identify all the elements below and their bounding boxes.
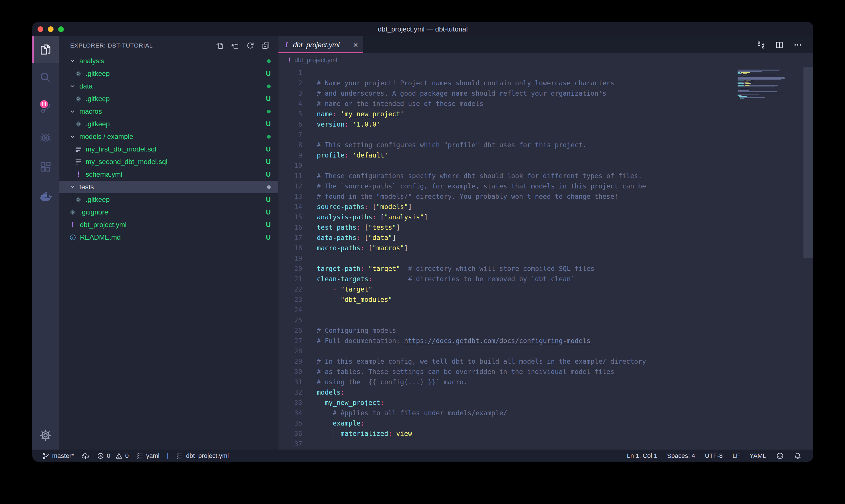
tree-item-models-example[interactable]: models / example bbox=[59, 130, 278, 143]
split-editor-icon[interactable] bbox=[775, 40, 784, 50]
code-line-29[interactable]: 29# In this example config, we tell dbt … bbox=[278, 356, 813, 366]
chevron-down-icon[interactable] bbox=[69, 183, 76, 191]
zoom-window-button[interactable] bbox=[58, 26, 64, 32]
tree-item-readme-md[interactable]: README.mdU bbox=[59, 231, 278, 244]
tree-item--gitkeep[interactable]: .gitkeepU bbox=[59, 193, 278, 206]
collapse-all-icon[interactable] bbox=[262, 41, 270, 50]
feedback-smiley-icon[interactable] bbox=[776, 452, 784, 460]
tree-item--gitignore[interactable]: .gitignoreU bbox=[59, 206, 278, 218]
linter-yaml-item[interactable]: yaml bbox=[136, 452, 159, 460]
activity-explorer-button[interactable] bbox=[32, 36, 59, 63]
code-line-36[interactable]: 36 materialized: view bbox=[278, 428, 813, 439]
code-line-24[interactable]: 24 bbox=[278, 305, 813, 315]
new-folder-icon[interactable] bbox=[231, 41, 239, 50]
language-mode-item[interactable]: YAML bbox=[750, 452, 766, 460]
code-line-8[interactable]: 8# This setting configures which "profil… bbox=[278, 140, 813, 150]
code-line-12[interactable]: 12# The `source-paths` config, for examp… bbox=[278, 181, 813, 191]
code-line-37[interactable]: 37 bbox=[278, 439, 813, 449]
tree-item-dbt-project-yml[interactable]: !dbt_project.ymlU bbox=[59, 218, 278, 231]
tree-item-data[interactable]: data bbox=[59, 80, 278, 92]
code-line-23[interactable]: 23 - "dbt_modules" bbox=[278, 294, 813, 305]
code-line-14[interactable]: 14source-paths: ["models"] bbox=[278, 202, 813, 212]
code-line-4[interactable]: 4# name or the intended use of these mod… bbox=[278, 98, 813, 109]
line-number: 31 bbox=[278, 377, 302, 387]
cursor-position-item[interactable]: Ln 1, Col 1 bbox=[627, 452, 657, 460]
code-line-20[interactable]: 20target-path: "target" # directory whic… bbox=[278, 264, 813, 274]
tree-item-my-first-dbt-model-sql[interactable]: my_first_dbt_model.sqlU bbox=[59, 143, 278, 156]
code-line-27[interactable]: 27# Full documentation: https://docs.get… bbox=[278, 336, 813, 346]
titlebar[interactable]: dbt_project.yml — dbt-tutorial bbox=[32, 22, 813, 36]
code-line-9[interactable]: 9profile: 'default' bbox=[278, 150, 813, 160]
scrollbar-thumb[interactable] bbox=[804, 67, 813, 258]
code-line-33[interactable]: 33 my_new_project: bbox=[278, 397, 813, 408]
code-line-10[interactable]: 10 bbox=[278, 160, 813, 171]
line-number: 2 bbox=[278, 78, 302, 88]
code-line-30[interactable]: 30# as tables. These settings can be ove… bbox=[278, 366, 813, 377]
linter-file-item[interactable]: dbt_project.yml bbox=[176, 452, 229, 460]
code-line-22[interactable]: 22 - "target" bbox=[278, 284, 813, 294]
tree-item-schema-yml[interactable]: !schema.ymlU bbox=[59, 168, 278, 181]
chevron-down-icon[interactable] bbox=[69, 83, 76, 90]
code-line-21[interactable]: 21clean-targets: # directories to be rem… bbox=[278, 274, 813, 284]
code-line-35[interactable]: 35 example: bbox=[278, 418, 813, 428]
minimize-window-button[interactable] bbox=[48, 26, 54, 32]
more-actions-icon[interactable] bbox=[793, 40, 802, 50]
code-line-19[interactable]: 19 bbox=[278, 253, 813, 264]
code-line-32[interactable]: 32models: bbox=[278, 387, 813, 397]
code-line-26[interactable]: 26# Configuring models bbox=[278, 325, 813, 336]
minimap[interactable] bbox=[738, 69, 801, 101]
code-line-25[interactable]: 25 bbox=[278, 315, 813, 325]
git-modified-dot bbox=[267, 59, 271, 63]
line-number: 25 bbox=[278, 315, 302, 325]
close-window-button[interactable] bbox=[37, 26, 43, 32]
sync-item[interactable] bbox=[82, 452, 89, 460]
code-line-17[interactable]: 17data-paths: ["data"] bbox=[278, 233, 813, 243]
tree-item--gitkeep[interactable]: .gitkeepU bbox=[59, 92, 278, 105]
open-changes-icon[interactable] bbox=[756, 40, 766, 50]
code-line-16[interactable]: 16test-paths: ["tests"] bbox=[278, 222, 813, 233]
tree-item--gitkeep[interactable]: .gitkeepU bbox=[59, 118, 278, 130]
git-branch-item[interactable]: master* bbox=[42, 452, 74, 460]
activity-debug-button[interactable] bbox=[32, 122, 59, 152]
problems-item[interactable]: 0 0 bbox=[97, 452, 129, 460]
close-tab-icon[interactable]: × bbox=[353, 41, 358, 49]
tree-item--gitkeep[interactable]: .gitkeepU bbox=[59, 67, 278, 80]
code-editor[interactable]: 12# Name your project! Project names sho… bbox=[278, 67, 813, 450]
chevron-down-icon[interactable] bbox=[69, 133, 76, 140]
tab-dbt-project-yml[interactable]: ! dbt_project.yml × bbox=[278, 36, 363, 53]
notifications-bell-icon[interactable] bbox=[794, 452, 802, 460]
activity-docker-button[interactable] bbox=[32, 182, 59, 212]
breadcrumb[interactable]: ! dbt_project.yml bbox=[278, 53, 813, 67]
code-line-1[interactable]: 1 bbox=[278, 68, 813, 78]
code-line-28[interactable]: 28 bbox=[278, 346, 813, 356]
tree-item-tests[interactable]: tests bbox=[59, 181, 278, 193]
tree-item-analysis[interactable]: analysis bbox=[59, 55, 278, 67]
new-file-icon[interactable] bbox=[215, 41, 224, 50]
code-line-34[interactable]: 34 # Applies to all files under models/e… bbox=[278, 408, 813, 418]
code-line-11[interactable]: 11# These configurations specify where d… bbox=[278, 171, 813, 181]
activity-source-control-button[interactable]: 11 bbox=[32, 92, 59, 122]
tree-item-label: .gitkeep bbox=[86, 95, 263, 103]
settings-gear-button[interactable] bbox=[32, 421, 59, 450]
activity-extensions-button[interactable] bbox=[32, 152, 59, 182]
chevron-down-icon[interactable] bbox=[69, 108, 76, 115]
breadcrumb-file[interactable]: dbt_project.yml bbox=[294, 56, 337, 64]
chevron-down-icon[interactable] bbox=[69, 57, 76, 65]
encoding-item[interactable]: UTF-8 bbox=[705, 452, 723, 460]
tree-item-my-second-dbt-model-sql[interactable]: my_second_dbt_model.sqlU bbox=[59, 156, 278, 168]
tree-item-label: analysis bbox=[79, 57, 264, 65]
code-line-2[interactable]: 2# Name your project! Project names shou… bbox=[278, 78, 813, 88]
code-line-6[interactable]: 6version: '1.0.0' bbox=[278, 119, 813, 129]
code-line-13[interactable]: 13# found in the "models/" directory. Yo… bbox=[278, 191, 813, 202]
code-line-18[interactable]: 18macro-paths: ["macros"] bbox=[278, 243, 813, 253]
indentation-item[interactable]: Spaces: 4 bbox=[667, 452, 695, 460]
activity-search-button[interactable] bbox=[32, 63, 59, 92]
refresh-icon[interactable] bbox=[246, 41, 255, 50]
tree-item-macros[interactable]: macros bbox=[59, 105, 278, 118]
code-line-31[interactable]: 31# using the `{{ config(...) }}` macro. bbox=[278, 377, 813, 387]
code-line-7[interactable]: 7 bbox=[278, 129, 813, 140]
code-line-15[interactable]: 15analysis-paths: ["analysis"] bbox=[278, 212, 813, 222]
eol-item[interactable]: LF bbox=[733, 452, 740, 460]
code-line-5[interactable]: 5name: 'my_new_project' bbox=[278, 109, 813, 119]
code-line-3[interactable]: 3# and underscores. A good package name … bbox=[278, 88, 813, 98]
